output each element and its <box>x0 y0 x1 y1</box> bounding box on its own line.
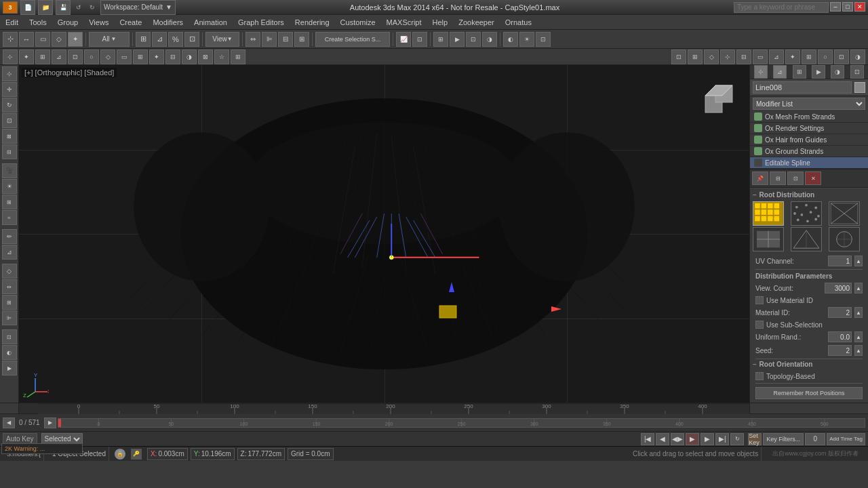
close-btn[interactable]: ✕ <box>854 2 865 12</box>
show-end-btn[interactable]: ⊟ <box>770 171 786 185</box>
rp-motion-icon[interactable]: ▶ <box>812 65 825 79</box>
play-back-btn[interactable]: ◀▶ <box>671 433 684 445</box>
modifier-ox-hair[interactable]: Ox Hair from Guides <box>750 134 868 146</box>
lp-schematic[interactable]: ⊡ <box>2 329 17 344</box>
freeform-tool[interactable]: ✦ <box>68 32 83 47</box>
percent-snap[interactable]: % <box>168 32 183 47</box>
workspace-dropdown[interactable]: Workspace: Default ▼ <box>100 0 176 15</box>
menu-help[interactable]: Help <box>427 15 454 29</box>
mod-visibility-icon5[interactable] <box>754 159 762 167</box>
modifier-ox-mesh[interactable]: Ox Mesh From Strands <box>750 111 868 123</box>
rp-create-icon[interactable]: ⊹ <box>754 65 768 79</box>
extra-tool1[interactable]: ⊹ <box>3 49 18 64</box>
lp-select[interactable]: ⊹ <box>2 66 17 81</box>
timeline-left-arrow[interactable]: ◀ <box>3 418 15 428</box>
extra-tool8[interactable]: ▭ <box>117 49 132 64</box>
extra-tool10[interactable]: ✦ <box>149 49 164 64</box>
menu-zookeeper[interactable]: Zookeeper <box>453 15 500 29</box>
lp-brush[interactable]: ⊿ <box>2 245 17 260</box>
menu-animation[interactable]: Animation <box>189 15 233 29</box>
lp-paint[interactable]: ✏ <box>2 229 17 244</box>
topology-based-checkbox[interactable] <box>755 372 764 380</box>
material-id-spin[interactable]: ▲ <box>854 307 863 318</box>
lp-snaps[interactable]: ◇ <box>2 264 17 279</box>
right-extra8[interactable]: ✦ <box>785 49 800 64</box>
modifier-list-select[interactable]: Modifier List <box>753 98 865 110</box>
open-btn[interactable]: 📁 <box>38 0 53 15</box>
save-btn[interactable]: 💾 <box>56 0 71 15</box>
angle-snap[interactable]: ⊿ <box>152 32 167 47</box>
extra-tool11[interactable]: ⊟ <box>165 49 180 64</box>
right-extra9[interactable]: ⊞ <box>802 49 816 64</box>
goto-start-btn[interactable]: |◀ <box>641 433 654 445</box>
menu-views[interactable]: Views <box>83 15 114 29</box>
lp-link[interactable]: ⊠ <box>2 129 17 144</box>
right-extra4[interactable]: ⊹ <box>720 49 735 64</box>
set-key-btn[interactable]: Set Key <box>748 433 762 445</box>
remove-mod-btn[interactable]: ✕ <box>805 171 821 185</box>
frame-input[interactable]: 0 <box>805 433 825 445</box>
next-frame-btn[interactable]: ▶ <box>701 433 714 445</box>
right-extra2[interactable]: ⊞ <box>688 49 703 64</box>
render-setup[interactable]: ⊞ <box>433 32 448 47</box>
remember-root-btn[interactable]: Remember Root Positions <box>755 387 863 399</box>
search-input[interactable] <box>734 2 829 13</box>
menu-ornatus[interactable]: Ornatus <box>500 15 537 29</box>
time-tag-btn[interactable]: Add Time Tag <box>827 433 865 445</box>
align-normal[interactable]: ⊞ <box>294 32 309 47</box>
render-environment[interactable]: ☀ <box>519 32 534 47</box>
mod-visibility-icon3[interactable] <box>754 136 762 144</box>
make-unique-btn[interactable]: ⊡ <box>787 171 804 185</box>
extra-tool4[interactable]: ⊿ <box>52 49 66 64</box>
loop-btn[interactable]: ↻ <box>730 433 744 445</box>
modifier-ox-render[interactable]: Ox Render Settings <box>750 123 868 134</box>
prev-frame-btn[interactable]: ◀ <box>656 433 669 445</box>
view-count-input[interactable] <box>825 283 852 293</box>
right-extra5[interactable]: ⊟ <box>736 49 751 64</box>
select-filter[interactable]: ◇ <box>52 32 66 47</box>
pin-stack-btn[interactable]: 📌 <box>752 171 768 185</box>
mirror-tool[interactable]: ⇔ <box>245 32 260 47</box>
extra-tool9[interactable]: ⊞ <box>133 49 148 64</box>
uv-channel-input[interactable] <box>828 256 852 266</box>
dist-pattern-6[interactable] <box>829 227 860 251</box>
lp-spacewarp[interactable]: ≈ <box>2 210 17 225</box>
render-effects[interactable]: ⊡ <box>536 32 551 47</box>
key-filters-btn[interactable]: Key Filters... <box>763 433 804 445</box>
use-material-id-checkbox[interactable] <box>755 296 764 304</box>
activeshade[interactable]: ◑ <box>482 32 497 47</box>
dist-pattern-5[interactable] <box>791 227 822 251</box>
extra-tool14[interactable]: ☆ <box>214 49 229 64</box>
menu-tools[interactable]: Tools <box>24 15 52 29</box>
menu-group[interactable]: Group <box>52 15 84 29</box>
extra-tool12[interactable]: ◑ <box>182 49 197 64</box>
lp-align[interactable]: ⊫ <box>2 310 17 325</box>
uniform-rand-input[interactable] <box>828 331 852 342</box>
extra-tool2[interactable]: ✦ <box>19 49 34 64</box>
seed-spin[interactable]: ▲ <box>854 345 863 356</box>
view-count-spin[interactable]: ▲ <box>854 283 863 293</box>
minimize-btn[interactable]: – <box>830 2 841 12</box>
material-id-input[interactable] <box>828 307 852 318</box>
uv-channel-spin[interactable]: ▲ <box>854 256 863 266</box>
modifier-ox-ground[interactable]: Ox Ground Strands <box>750 146 868 157</box>
app-icon[interactable]: 3 <box>3 1 18 14</box>
seed-input[interactable] <box>828 345 852 356</box>
lp-material[interactable]: ◐ <box>2 345 17 360</box>
right-extra12[interactable]: ◑ <box>850 49 865 64</box>
lp-mirror[interactable]: ⇔ <box>2 279 17 294</box>
menu-rendering[interactable]: Rendering <box>290 15 335 29</box>
lp-helper[interactable]: ⊞ <box>2 195 17 209</box>
lp-array[interactable]: ⊞ <box>2 295 17 310</box>
right-extra7[interactable]: ⊿ <box>769 49 784 64</box>
region-select[interactable]: ▭ <box>35 32 50 47</box>
new-btn[interactable]: 📄 <box>20 0 35 15</box>
timeline-right-arrow[interactable]: ▶ <box>44 418 56 428</box>
extra-tool6[interactable]: ○ <box>84 49 99 64</box>
object-name-input[interactable] <box>753 81 852 94</box>
extra-tool3[interactable]: ⊞ <box>35 49 50 64</box>
lp-render[interactable]: ▶ <box>2 361 17 375</box>
play-fwd-btn[interactable]: ▶ <box>686 433 699 445</box>
view-dropdown-btn[interactable]: View▼ <box>205 32 239 47</box>
lp-rotate[interactable]: ↻ <box>2 98 17 113</box>
